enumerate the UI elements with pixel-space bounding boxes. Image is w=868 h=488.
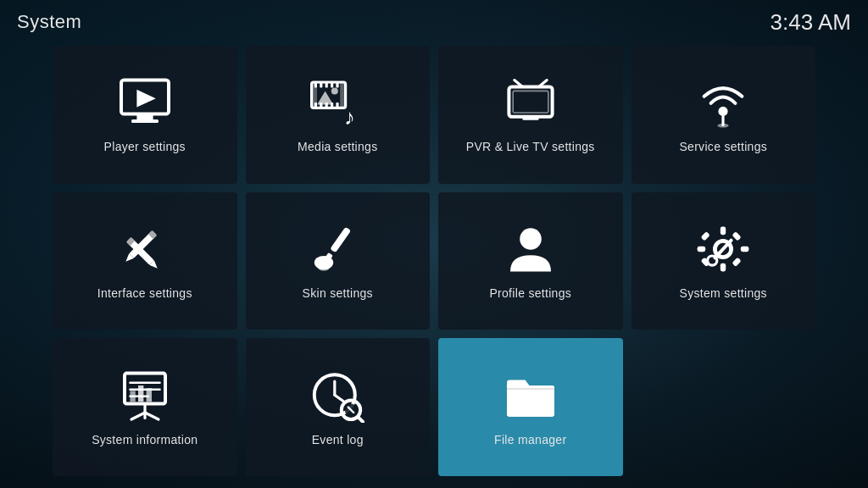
svg-rect-10	[331, 82, 333, 87]
svg-rect-21	[513, 92, 548, 114]
svg-rect-43	[741, 247, 749, 252]
media-settings-icon: ♪	[310, 75, 364, 130]
svg-rect-41	[721, 263, 726, 272]
tile-event-log[interactable]: Event log	[246, 338, 431, 476]
svg-rect-2	[131, 119, 159, 123]
interface-settings-label: Interface settings	[97, 286, 192, 300]
tile-system-information[interactable]: System information	[53, 338, 237, 476]
settings-grid: Player settings ♪	[53, 46, 815, 476]
tile-system-settings[interactable]: System settings	[632, 192, 816, 330]
service-settings-icon	[696, 75, 750, 130]
svg-line-62	[335, 395, 344, 402]
svg-rect-45	[732, 231, 742, 241]
skin-settings-label: Skin settings	[303, 286, 373, 300]
svg-rect-24	[522, 117, 538, 120]
clock: 3:43 AM	[771, 9, 851, 36]
tile-service-settings[interactable]: Service settings	[632, 46, 816, 184]
page-title: System	[17, 11, 81, 33]
player-settings-icon	[118, 75, 172, 130]
system-information-label: System information	[92, 433, 198, 446]
svg-point-38	[520, 228, 542, 250]
svg-point-36	[317, 261, 331, 270]
tile-player-settings[interactable]: Player settings	[53, 46, 237, 184]
system-settings-label: System settings	[680, 286, 767, 300]
svg-rect-56	[146, 388, 151, 402]
system-settings-icon	[696, 222, 750, 276]
svg-rect-34	[330, 227, 351, 253]
tile-media-settings[interactable]: ♪ Media settings	[246, 46, 431, 184]
svg-line-59	[145, 413, 159, 419]
svg-marker-3	[136, 90, 155, 108]
profile-settings-icon	[504, 222, 558, 276]
header: System 3:43 AM	[0, 0, 868, 44]
system-information-icon	[118, 369, 172, 423]
tile-interface-settings[interactable]: Interface settings	[53, 192, 237, 330]
svg-line-64	[358, 416, 363, 421]
svg-rect-55	[138, 385, 143, 402]
svg-rect-16	[337, 103, 339, 108]
file-manager-label: File manager	[494, 433, 566, 446]
svg-point-49	[708, 256, 717, 265]
svg-rect-9	[326, 82, 328, 87]
svg-rect-1	[136, 114, 153, 119]
service-settings-label: Service settings	[679, 140, 767, 153]
svg-rect-6	[340, 82, 345, 108]
svg-rect-44	[701, 231, 710, 241]
svg-point-25	[719, 107, 728, 116]
tile-file-manager[interactable]: File manager	[438, 338, 623, 476]
tile-skin-settings[interactable]: Skin settings	[246, 192, 431, 330]
svg-text:♪: ♪	[344, 106, 355, 130]
svg-rect-40	[721, 227, 726, 236]
svg-rect-47	[732, 258, 742, 267]
svg-point-27	[718, 124, 729, 128]
svg-rect-54	[130, 391, 135, 402]
skin-settings-icon	[310, 222, 364, 276]
svg-rect-42	[698, 247, 706, 252]
pvr-settings-icon	[504, 75, 558, 130]
profile-settings-label: Profile settings	[489, 286, 571, 300]
svg-rect-8	[320, 82, 322, 87]
media-settings-label: Media settings	[298, 140, 377, 153]
tile-profile-settings[interactable]: Profile settings	[438, 192, 623, 330]
svg-rect-11	[337, 82, 339, 87]
svg-rect-7	[314, 82, 317, 87]
interface-settings-icon	[118, 222, 172, 276]
pvr-settings-label: PVR & Live TV settings	[466, 140, 595, 153]
player-settings-label: Player settings	[104, 140, 186, 153]
event-log-label: Event log	[312, 433, 364, 446]
svg-point-19	[331, 88, 338, 95]
file-manager-icon	[504, 369, 558, 423]
svg-line-58	[131, 413, 145, 419]
svg-rect-12	[314, 103, 317, 108]
tile-pvr-settings[interactable]: PVR & Live TV settings	[438, 46, 623, 184]
svg-marker-18	[317, 92, 333, 105]
event-log-icon	[310, 369, 364, 423]
